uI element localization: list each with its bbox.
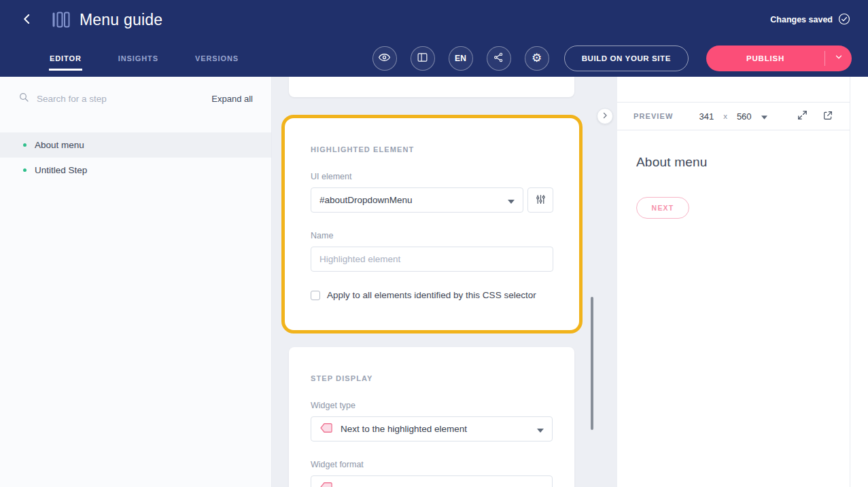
search-icon [18,92,29,105]
publish-button-group: PUBLISH [706,46,852,71]
section-title: HIGHLIGHTED ELEMENT [311,145,553,154]
preview-size-selector[interactable]: 341 x 560 [699,111,767,122]
step-status-dot [23,143,27,147]
highlighted-element-card: HIGHLIGHTED ELEMENT UI element #aboutDro… [281,115,583,333]
caret-down-icon [508,194,515,206]
step-label: Untitled Step [35,165,87,175]
widget-type-select[interactable]: Next to the highlighted element [311,416,553,441]
app-window: Menu guide Changes saved EDITOR INSIGHTS… [0,0,868,487]
check-circle-icon [838,13,850,27]
tab-versions[interactable]: VERSIONS [194,46,239,71]
chevron-down-icon [834,52,844,64]
share-icon [493,52,504,65]
top-bar-nav-row: EDITOR INSIGHTS VERSIONS EN [0,39,868,77]
tab-editor[interactable]: EDITOR [49,46,82,71]
checkbox[interactable] [311,291,320,300]
caret-down-icon [537,423,544,435]
toolbar-icon-group: EN ⚙ [372,46,549,71]
top-bar: Menu guide Changes saved EDITOR INSIGHTS… [0,0,868,77]
step-label: About menu [35,140,84,150]
preview-step-heading: About menu [636,155,831,170]
layout-panel-icon [417,52,428,65]
main-tabs: EDITOR INSIGHTS VERSIONS [49,46,239,71]
layout-button[interactable] [411,46,435,71]
ui-element-value: #aboutDropdownMenu [319,195,413,205]
language-label: EN [455,54,466,63]
share-button[interactable] [487,46,511,71]
open-in-new-tab-button[interactable] [822,110,833,123]
save-status-label: Changes saved [770,15,833,24]
step-item-untitled-step[interactable]: Untitled Step [0,158,271,183]
element-name-input[interactable] [311,247,553,272]
tooltip-widget-icon [319,421,333,437]
apply-to-all-checkbox-row[interactable]: Apply to all elements identified by this… [311,290,553,300]
steps-sidebar: Expand all About menu Untitled Step [0,77,272,487]
preview-next-button[interactable]: NEXT [636,197,689,219]
step-display-card: STEP DISPLAY Widget type Next to the hig… [289,347,574,487]
expand-all-button[interactable]: Expand all [211,94,253,104]
preview-size-separator: x [723,112,727,120]
external-link-icon [822,110,833,123]
chevron-left-icon [21,13,33,27]
back-button[interactable] [18,10,37,29]
publish-dropdown-button[interactable] [825,46,852,71]
save-status: Changes saved [770,13,850,27]
preview-eye-button[interactable] [372,46,397,71]
step-item-about-menu[interactable]: About menu [0,132,271,158]
preview-wrap: PREVIEW 341 x 560 [617,77,868,487]
chevron-right-icon [601,111,609,122]
checkbox-label: Apply to all elements identified by this… [327,290,536,300]
search-input[interactable] [37,94,211,104]
name-label: Name [311,231,553,240]
step-search-row: Expand all [0,77,271,120]
build-on-your-site-button[interactable]: BUILD ON YOUR SITE [564,46,689,71]
widget-format-label: Widget format [311,460,553,469]
page-body: Expand all About menu Untitled Step HIGH… [0,77,868,487]
gear-icon: ⚙ [532,52,542,64]
publish-button[interactable]: PUBLISH [706,46,824,71]
preview-title: PREVIEW [633,112,673,120]
expand-arrows-icon [797,109,808,123]
widget-type-label: Widget type [311,401,553,410]
app-logo-icon [52,12,70,28]
preview-width-value: 341 [699,111,714,122]
collapse-preview-button[interactable] [597,108,613,124]
element-settings-button[interactable] [527,187,553,213]
ui-element-select[interactable]: #aboutDropdownMenu [311,187,523,213]
widget-type-value: Next to the highlighted element [341,424,467,434]
fullscreen-preview-button[interactable] [797,109,808,123]
preview-header: PREVIEW 341 x 560 [617,102,850,130]
eye-icon [378,51,391,66]
sliders-icon [535,194,546,207]
editor-scrollbar-thumb[interactable] [591,297,593,430]
language-button[interactable]: EN [449,46,473,71]
previous-settings-card-partial [289,77,574,97]
caret-down-icon [761,111,767,122]
tab-insights[interactable]: INSIGHTS [118,46,159,71]
ui-element-label: UI element [311,172,553,181]
widget-format-select[interactable] [311,475,553,487]
step-status-dot [23,168,27,172]
tooltip-widget-icon [319,480,333,487]
ui-element-row: #aboutDropdownMenu [311,187,553,213]
top-bar-title-row: Menu guide Changes saved [0,0,868,39]
preview-height-value: 560 [737,111,752,122]
preview-panel: PREVIEW 341 x 560 [617,77,850,487]
page-title: Menu guide [80,11,162,29]
section-title: STEP DISPLAY [311,374,553,382]
preview-body: About menu NEXT [617,130,850,243]
step-editor-column: HIGHLIGHTED ELEMENT UI element #aboutDro… [272,77,617,487]
preview-header-icons [797,109,833,123]
settings-button[interactable]: ⚙ [525,46,549,71]
steps-list: About menu Untitled Step [0,132,271,183]
